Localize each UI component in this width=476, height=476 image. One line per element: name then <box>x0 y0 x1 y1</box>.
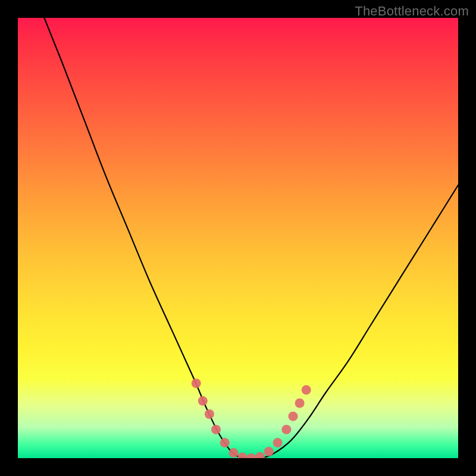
curve-marker-dot <box>302 385 311 394</box>
curve-marker-dot <box>237 453 247 459</box>
curve-marker-dot <box>192 378 201 388</box>
curve-marker-dot <box>281 425 291 434</box>
curve-marker-dot <box>220 438 230 447</box>
curve-marker-dot <box>211 425 221 434</box>
curve-marker-dot <box>229 448 239 458</box>
bottleneck-curve-line <box>44 18 458 458</box>
curve-marker-dot <box>273 438 283 447</box>
curve-marker-dot <box>205 409 214 419</box>
curve-marker-dot <box>246 453 256 458</box>
chart-plot-area <box>18 18 458 458</box>
curve-marker-dot <box>264 447 274 456</box>
curve-marker-dot <box>255 452 265 458</box>
curve-marker-dot <box>295 399 305 408</box>
curve-markers <box>192 378 311 458</box>
curve-marker-dot <box>198 396 208 406</box>
curve-marker-dot <box>289 412 298 421</box>
bottleneck-curve-svg <box>18 18 458 458</box>
watermark-text: TheBottleneck.com <box>355 4 469 19</box>
